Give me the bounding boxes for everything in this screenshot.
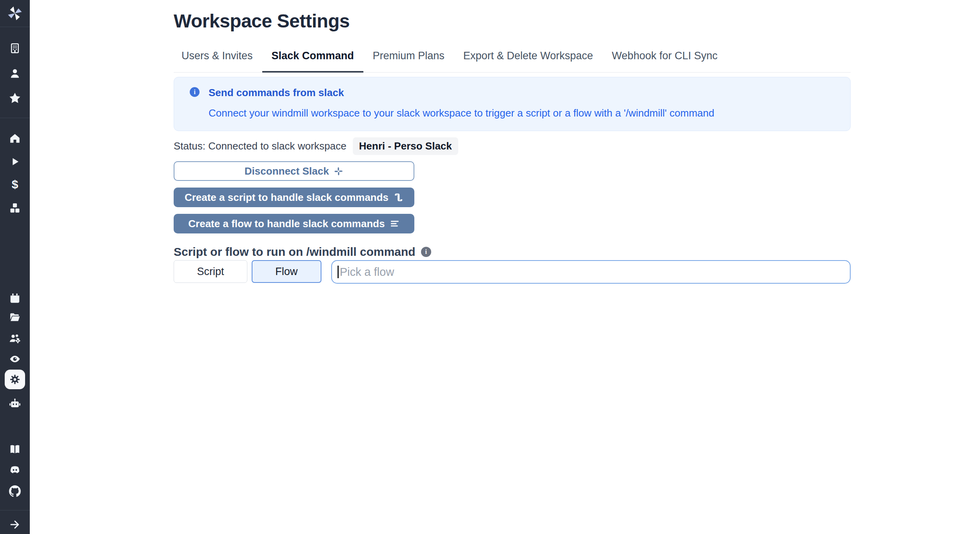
windmill-logo[interactable] <box>0 5 30 22</box>
flow-picker-wrap <box>331 260 851 284</box>
user-icon <box>9 67 21 79</box>
runner-heading: Script or flow to run on /windmill comma… <box>174 245 416 259</box>
sidebar-divider <box>0 27 30 27</box>
status-label: Status: Connected to slack workspace <box>174 140 347 152</box>
sidebar-item-home[interactable] <box>0 132 30 144</box>
sidebar-item-favorites[interactable] <box>0 92 30 104</box>
home-icon <box>9 132 21 144</box>
script-scroll-icon <box>393 192 403 202</box>
sidebar-item-audit-logs[interactable] <box>0 353 30 365</box>
windmill-logo-icon <box>6 5 24 22</box>
banner-body: Connect your windmill workspace to your … <box>209 107 714 119</box>
disconnect-label: Disconnect Slack <box>245 165 329 177</box>
sidebar-collapse-button[interactable] <box>0 519 30 530</box>
tab-slack-command[interactable]: Slack Command <box>262 50 363 72</box>
sidebar: $ <box>0 0 30 534</box>
arrow-right-icon <box>9 519 21 530</box>
sidebar-item-user[interactable] <box>0 67 30 79</box>
sidebar-item-groups[interactable] <box>0 332 30 344</box>
sidebar-item-workspace[interactable] <box>0 42 30 54</box>
disconnect-slack-button[interactable]: Disconnect Slack <box>174 161 414 181</box>
robot-icon <box>9 398 21 410</box>
tab-premium-plans[interactable]: Premium Plans <box>363 50 454 72</box>
slack-status-row: Status: Connected to slack workspace Hen… <box>174 137 851 155</box>
runner-heading-row: Script or flow to run on /windmill comma… <box>174 245 851 259</box>
github-icon <box>9 485 21 497</box>
tab-users-invites[interactable]: Users & Invites <box>174 50 262 72</box>
dollar-icon: $ <box>12 179 18 190</box>
eye-icon <box>9 353 21 365</box>
settings-tabs: Users & Invites Slack Command Premium Pl… <box>174 50 851 73</box>
banner-title: Send commands from slack <box>209 87 714 99</box>
discord-icon <box>9 464 21 476</box>
toggle-flow[interactable]: Flow <box>252 260 321 283</box>
sidebar-item-github[interactable] <box>0 485 30 497</box>
slack-actions: Disconnect Slack Create a script to hand… <box>174 161 414 233</box>
sidebar-item-schedules[interactable] <box>0 292 30 304</box>
create-flow-handler-button[interactable]: Create a flow to handle slack commands <box>174 214 414 233</box>
workspace-badge: Henri - Perso Slack <box>353 137 458 155</box>
sidebar-item-discord[interactable] <box>0 464 30 476</box>
tab-webhook-cli-sync[interactable]: Webhook for CLI Sync <box>603 50 727 72</box>
help-tooltip-icon[interactable]: i <box>421 247 431 257</box>
building-icon <box>9 42 21 54</box>
book-icon <box>9 443 21 455</box>
flow-picker-input[interactable] <box>331 260 851 284</box>
create-script-handler-button[interactable]: Create a script to handle slack commands <box>174 188 414 207</box>
create-flow-label: Create a flow to handle slack commands <box>188 218 385 230</box>
sidebar-item-runs[interactable] <box>0 156 30 167</box>
boxes-icon <box>9 202 21 214</box>
text-cursor <box>338 266 339 278</box>
page-title: Workspace Settings <box>174 10 851 32</box>
sidebar-divider <box>0 510 30 510</box>
info-banner: i Send commands from slack Connect your … <box>174 77 851 131</box>
star-icon <box>9 92 21 104</box>
picker-row: Script Flow <box>174 260 851 284</box>
create-script-label: Create a script to handle slack commands <box>185 191 388 204</box>
slack-icon <box>334 166 343 176</box>
folder-open-icon <box>9 311 21 323</box>
sidebar-item-variables[interactable]: $ <box>0 179 30 190</box>
play-icon <box>9 156 20 167</box>
info-icon: i <box>190 87 200 97</box>
calendar-icon <box>9 292 21 304</box>
sidebar-item-docs[interactable] <box>0 443 30 455</box>
flow-bars-icon <box>390 219 400 229</box>
sidebar-item-workers[interactable] <box>0 398 30 410</box>
users-gear-icon <box>9 332 21 344</box>
tab-export-delete-workspace[interactable]: Export & Delete Workspace <box>454 50 603 72</box>
sidebar-item-resources[interactable] <box>0 202 30 214</box>
main-content: Workspace Settings Users & Invites Slack… <box>30 0 980 534</box>
toggle-script[interactable]: Script <box>174 260 247 283</box>
sidebar-item-workspace-settings[interactable] <box>5 370 25 389</box>
sidebar-divider <box>0 118 30 118</box>
gear-icon <box>9 374 21 385</box>
sidebar-item-folders[interactable] <box>0 311 30 323</box>
